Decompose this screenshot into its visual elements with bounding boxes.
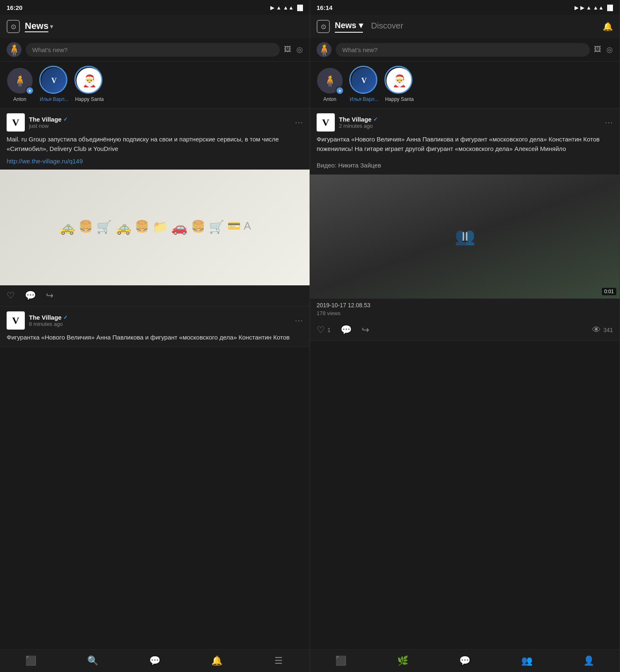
camera-icon-left: ⊙ [11, 23, 16, 31]
header-news-tab-right[interactable]: News ▾ [335, 20, 363, 33]
profile-icon-right: 👤 [583, 655, 594, 666]
story-avatar-anton-left: 🧍 + [7, 67, 33, 94]
comment-button-1-right[interactable]: 💬 [341, 325, 352, 335]
post-image-1-left: 🚕 🍔 🛒 🚕 🍔 📁 🚗 🍔 🛒 💳 A [0, 170, 310, 285]
post-text-2-left: Фигурантка «Нового Величия» Анна Павлико… [0, 333, 310, 347]
story-ring-santa-left [74, 66, 103, 94]
share-button-1-left[interactable]: ↪ [46, 290, 53, 301]
signal-icon-r: ▲▲ [593, 5, 604, 11]
post-time-1-right: 2 minutes ago [339, 123, 601, 129]
status-bar-left: 16:20 ▶ ▲ ▲▲ ▐█ [0, 0, 310, 15]
views-count-1-right: 341 [603, 327, 613, 333]
post-text-1-right: Фигурантка «Нового Величия» Анна Павлико… [310, 135, 620, 158]
story-avatar-ilya-left: V [41, 67, 67, 94]
image-attach-icon-right[interactable]: 🖼 [594, 45, 601, 54]
post-card-1-left: V The Village ✓ just now ⋯ Mail. ru Grou… [0, 108, 310, 306]
post-input-right[interactable]: What's new? [336, 43, 590, 57]
post-logo-2-left: V [7, 311, 25, 330]
header-chevron-left: ▾ [50, 23, 53, 30]
story-item-anton-left[interactable]: 🧍 + Anton [7, 67, 33, 102]
story-label-anton-left: Anton [13, 96, 26, 102]
nav-home-left[interactable]: ⬛ [0, 653, 62, 669]
heart-icon-1-right: ♡ [317, 325, 325, 335]
nav-profile-right[interactable]: 👤 [558, 653, 620, 669]
story-avatar-santa-right: 🎅 [386, 67, 413, 94]
wifi-icon: ▲ [276, 5, 281, 11]
story-item-ilya-right[interactable]: V Илья Варл... [350, 67, 379, 102]
post-meta-2-left: The Village ✓ 8 minutes ago [29, 314, 291, 327]
signal-icon: ▲▲ [283, 5, 294, 11]
story-item-santa-right[interactable]: 🎅 Happy Santa [385, 67, 414, 102]
image-attach-icon-left[interactable]: 🖼 [284, 45, 291, 54]
bell-icon-left: 🔔 [211, 655, 222, 666]
youtube-icon: ▶ [270, 5, 274, 11]
post-input-left[interactable]: What's new? [26, 43, 280, 57]
post-card-2-left: V The Village ✓ 8 minutes ago ⋯ Фигурант… [0, 306, 310, 347]
nav-groups-right[interactable]: 👥 [496, 653, 558, 669]
header-title-left[interactable]: News ▾ [25, 21, 53, 32]
header-discover-tab-right[interactable]: Discover [371, 21, 403, 32]
camera-button-right[interactable]: ⊙ [317, 20, 330, 33]
like-button-1-left[interactable]: ♡ [7, 290, 15, 301]
status-icons-left: ▶ ▲ ▲▲ ▐█ [270, 5, 303, 11]
comment-button-1-left[interactable]: 💬 [25, 290, 36, 301]
nav-messages-left[interactable]: 💬 [124, 653, 186, 669]
battery-icon-r: ▐█ [606, 5, 613, 11]
post-author-2-left: The Village ✓ [29, 314, 291, 321]
header-nav-group-right: News ▾ Discover [335, 20, 403, 33]
input-icons-right: 🖼 ◎ [594, 45, 613, 54]
post-input-bar-right: 🧍 What's new? 🖼 ◎ [310, 38, 620, 62]
story-ring-ilya-right [349, 66, 377, 94]
story-avatar-anton-right: 🧍 + [317, 67, 343, 94]
home-icon-right: ⬛ [335, 655, 346, 666]
story-item-santa-left[interactable]: 🎅 Happy Santa [75, 67, 104, 102]
status-time-left: 16:20 [7, 4, 22, 11]
post-logo-1-right: V [317, 113, 335, 132]
post-header-1-left: V The Village ✓ just now ⋯ [0, 108, 310, 135]
post-more-1-left[interactable]: ⋯ [295, 117, 303, 127]
anton-person-icon: 🧍 [13, 74, 27, 88]
user-avatar-right: 🧍 [317, 42, 331, 57]
app-header-right: ⊙ News ▾ Discover 🔔 [310, 15, 620, 38]
eye-icon-1-right: 👁 [592, 325, 601, 335]
post-actions-1-right: ♡ 1 💬 ↪ 👁 341 [310, 320, 620, 340]
left-panel: 16:20 ▶ ▲ ▲▲ ▐█ ⊙ News ▾ 🧍 What's new? 🖼… [0, 0, 310, 672]
battery-icon: ▐█ [296, 5, 303, 11]
story-item-anton-right[interactable]: 🧍 + Anton [317, 67, 343, 102]
nav-search-left[interactable]: 🔍 [62, 653, 124, 669]
share-icon-1-right: ↪ [362, 325, 369, 335]
post-link-1-left[interactable]: http://we.the-village.ru/q149 [0, 158, 310, 170]
bell-button-right[interactable]: 🔔 [603, 22, 613, 31]
wifi-icon-r: ▲ [586, 5, 591, 11]
circle-icon-left[interactable]: ◎ [296, 45, 303, 54]
post-meta-1-left: The Village ✓ just now [29, 116, 291, 129]
user-avatar-icon-left: 🧍 [7, 43, 21, 57]
camera-button-left[interactable]: ⊙ [7, 20, 20, 33]
nav-messages-right[interactable]: 💬 [434, 653, 496, 669]
video-timestamp-right: 2019-10-17 12.08.53 [310, 299, 620, 309]
youtube2-icon-r: ▶ [580, 5, 584, 11]
nav-discover-right[interactable]: 🌿 [372, 653, 434, 669]
like-button-1-right[interactable]: ♡ 1 [317, 325, 331, 335]
story-add-button-right[interactable]: + [336, 86, 344, 95]
story-avatar-santa-left: 🎅 [76, 67, 103, 94]
stories-row-left: 🧍 + Anton V Илья Варл... 🎅 Happy Santa [0, 62, 310, 108]
share-button-1-right[interactable]: ↪ [362, 325, 369, 335]
nav-notifications-left[interactable]: 🔔 [186, 653, 248, 669]
post-more-2-left[interactable]: ⋯ [295, 316, 303, 325]
nav-menu-left[interactable]: ☰ [248, 653, 310, 669]
nav-home-right[interactable]: ⬛ [310, 653, 372, 669]
bottom-nav-left: ⬛ 🔍 💬 🔔 ☰ [0, 649, 310, 672]
header-chevron-right: ▾ [359, 21, 363, 30]
verified-icon-1-left: ✓ [63, 116, 68, 122]
post-more-1-right[interactable]: ⋯ [605, 117, 613, 127]
post-video-1-right[interactable]: 👥 ⏸ 0:01 [310, 175, 620, 299]
circle-icon-right[interactable]: ◎ [606, 45, 613, 54]
story-label-anton-right: Anton [323, 96, 336, 102]
story-item-ilya-left[interactable]: V Илья Варл... [40, 67, 69, 102]
video-views-right: 178 views [310, 309, 620, 320]
story-add-button-left[interactable]: + [26, 86, 34, 95]
status-icons-right: ▶ ▶ ▲ ▲▲ ▐█ [575, 5, 613, 11]
post-meta-1-right: The Village ✓ 2 minutes ago [339, 116, 601, 129]
post-actions-1-left: ♡ 💬 ↪ [0, 285, 310, 306]
